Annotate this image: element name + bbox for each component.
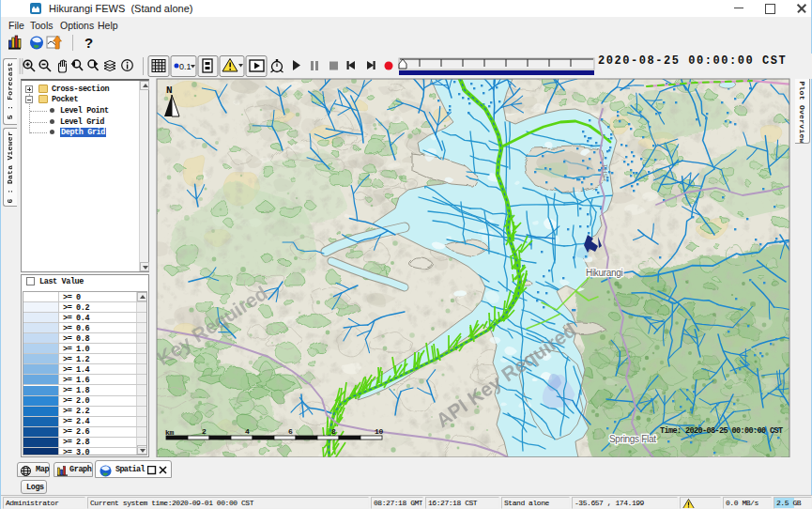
svg-text:Springs Flat: Springs Flat [609, 434, 656, 444]
svg-text:Time: 2020-08-25 00:00:00 CST: Time: 2020-08-25 00:00:00 CST [660, 426, 783, 436]
svg-text:10: 10 [375, 427, 383, 436]
svg-text:N: N [166, 85, 173, 96]
svg-text:6: 6 [288, 427, 293, 436]
svg-text:SH1: SH1 [601, 163, 609, 178]
svg-text:Hikurangi: Hikurangi [586, 268, 623, 278]
svg-text:4: 4 [245, 427, 250, 436]
svg-text:8: 8 [331, 427, 336, 436]
svg-text:2: 2 [202, 427, 207, 436]
